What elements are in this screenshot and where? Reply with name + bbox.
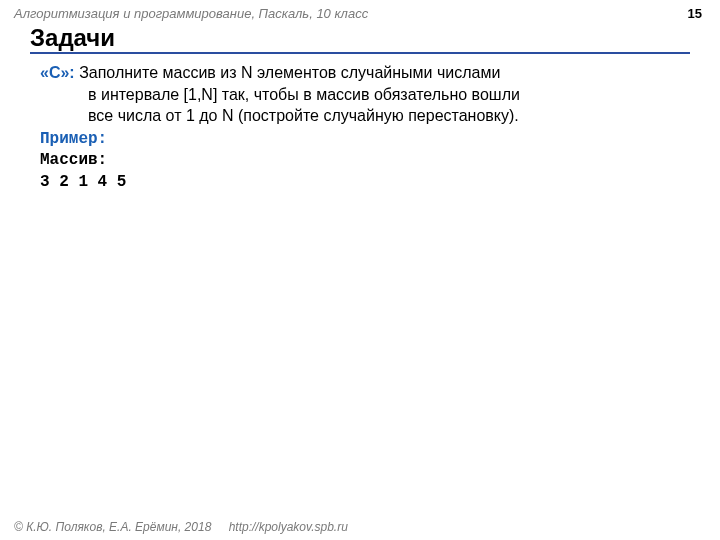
- task-text-line2: в интервале [1,N] так, чтобы в массив об…: [40, 84, 680, 106]
- example-array-values: 3 2 1 4 5: [40, 172, 680, 194]
- task-text-line1: Заполните массив из N элементов случайны…: [79, 64, 500, 81]
- page-number: 15: [688, 6, 702, 21]
- task-text-line3: все числа от 1 до N (постройте случайную…: [40, 105, 680, 127]
- example-label: Пример:: [40, 129, 680, 151]
- page-title: Задачи: [30, 24, 690, 54]
- footer-url: http://kpolyakov.spb.ru: [229, 520, 348, 534]
- breadcrumb: Алгоритмизация и программирование, Паска…: [14, 6, 368, 21]
- copyright: © К.Ю. Поляков, Е.А. Ерёмин, 2018: [14, 520, 211, 534]
- example-array-label: Массив:: [40, 150, 680, 172]
- slide: Алгоритмизация и программирование, Паска…: [0, 0, 720, 540]
- task-label: «С»:: [40, 64, 79, 81]
- footer: © К.Ю. Поляков, Е.А. Ерёмин, 2018 http:/…: [14, 520, 348, 534]
- content: «С»: Заполните массив из N элементов слу…: [40, 62, 680, 194]
- title-text: Задачи: [30, 24, 690, 52]
- task-line1: «С»: Заполните массив из N элементов слу…: [40, 62, 680, 84]
